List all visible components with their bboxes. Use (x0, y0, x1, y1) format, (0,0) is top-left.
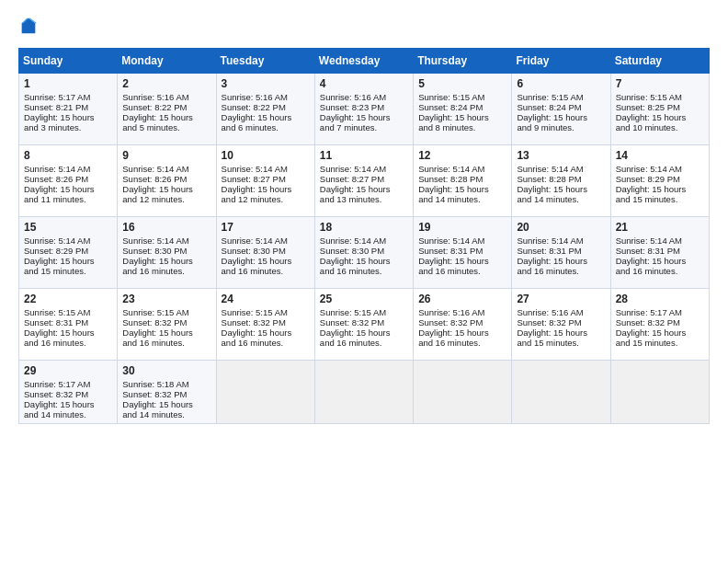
day-number: 10 (222, 149, 310, 162)
day-info: Sunrise: 5:14 AM (320, 164, 408, 174)
calendar-cell: 6Sunrise: 5:15 AMSunset: 8:24 PMDaylight… (512, 74, 610, 145)
day-number: 21 (616, 221, 704, 234)
day-info: and 15 minutes. (24, 266, 112, 276)
day-info: and 16 minutes. (122, 338, 210, 348)
day-info: Sunrise: 5:16 AM (320, 92, 408, 102)
day-info: Sunrise: 5:14 AM (418, 164, 506, 174)
day-info: Sunrise: 5:14 AM (616, 164, 704, 174)
day-info: and 3 minutes. (24, 122, 112, 132)
day-info: Sunrise: 5:14 AM (122, 164, 210, 174)
header-row: SundayMondayTuesdayWednesdayThursdayFrid… (19, 49, 710, 74)
day-info: Daylight: 15 hours (616, 327, 704, 338)
day-info: Daylight: 15 hours (418, 112, 506, 122)
day-info: Sunset: 8:32 PM (616, 317, 704, 327)
day-info: Sunrise: 5:15 AM (616, 92, 704, 102)
day-info: Sunrise: 5:15 AM (222, 307, 310, 317)
day-number: 7 (616, 77, 704, 90)
day-info: Daylight: 15 hours (122, 399, 210, 409)
day-info: and 14 minutes. (24, 409, 112, 419)
day-info: Sunset: 8:24 PM (418, 102, 506, 112)
day-info: and 12 minutes. (122, 194, 210, 204)
day-info: Daylight: 15 hours (616, 112, 704, 122)
day-info: and 15 minutes. (616, 338, 704, 348)
day-info: Daylight: 15 hours (616, 256, 704, 266)
day-number: 23 (122, 293, 210, 305)
calendar-cell: 13Sunrise: 5:14 AMSunset: 8:28 PMDayligh… (512, 145, 610, 217)
calendar-cell: 29Sunrise: 5:17 AMSunset: 8:32 PMDayligh… (19, 361, 118, 424)
day-info: Daylight: 15 hours (24, 184, 112, 194)
day-info: and 10 minutes. (616, 122, 704, 132)
day-number: 16 (122, 221, 210, 234)
day-info: Daylight: 15 hours (517, 184, 605, 194)
day-number: 11 (320, 149, 408, 162)
svg-marker-0 (22, 18, 36, 34)
day-info: and 5 minutes. (122, 122, 210, 132)
day-info: Sunset: 8:32 PM (517, 317, 605, 327)
day-info: Daylight: 15 hours (517, 327, 605, 338)
day-info: Sunrise: 5:16 AM (122, 92, 210, 102)
day-info: Sunrise: 5:14 AM (24, 164, 112, 174)
day-info: Sunrise: 5:14 AM (222, 236, 310, 246)
day-info: Daylight: 15 hours (222, 184, 310, 194)
day-info: Sunrise: 5:14 AM (24, 236, 112, 246)
day-number: 12 (418, 149, 506, 162)
day-info: Sunset: 8:31 PM (418, 246, 506, 256)
day-number: 14 (616, 149, 704, 162)
day-number: 27 (517, 293, 605, 305)
day-number: 30 (122, 364, 210, 377)
day-info: Sunset: 8:30 PM (122, 246, 210, 256)
day-info: Daylight: 15 hours (418, 256, 506, 266)
day-info: Sunrise: 5:16 AM (517, 307, 605, 317)
calendar-cell: 30Sunrise: 5:18 AMSunset: 8:32 PMDayligh… (118, 361, 216, 424)
day-info: Sunset: 8:21 PM (24, 102, 112, 112)
day-number: 24 (222, 293, 310, 305)
day-info: Sunset: 8:31 PM (616, 246, 704, 256)
day-info: Sunrise: 5:14 AM (122, 236, 210, 246)
calendar-cell: 15Sunrise: 5:14 AMSunset: 8:29 PMDayligh… (19, 217, 118, 289)
day-info: Sunset: 8:31 PM (24, 317, 112, 327)
header-cell-saturday: Saturday (610, 49, 709, 74)
day-info: and 14 minutes. (418, 194, 506, 204)
day-info: Sunset: 8:22 PM (122, 102, 210, 112)
day-info: Daylight: 15 hours (122, 327, 210, 338)
day-info: Sunrise: 5:14 AM (517, 164, 605, 174)
calendar-cell: 2Sunrise: 5:16 AMSunset: 8:22 PMDaylight… (118, 74, 216, 145)
header-cell-sunday: Sunday (19, 49, 118, 74)
header-cell-thursday: Thursday (414, 49, 512, 74)
day-number: 2 (122, 77, 210, 90)
day-number: 6 (517, 77, 605, 90)
day-number: 25 (320, 293, 408, 305)
day-info: and 15 minutes. (517, 338, 605, 348)
page: SundayMondayTuesdayWednesdayThursdayFrid… (0, 0, 728, 563)
calendar-cell: 11Sunrise: 5:14 AMSunset: 8:27 PMDayligh… (314, 145, 413, 217)
day-info: Sunrise: 5:15 AM (320, 307, 408, 317)
day-info: Sunset: 8:28 PM (517, 174, 605, 184)
week-row-3: 22Sunrise: 5:15 AMSunset: 8:31 PMDayligh… (19, 289, 710, 361)
day-number: 28 (616, 293, 704, 305)
week-row-1: 8Sunrise: 5:14 AMSunset: 8:26 PMDaylight… (19, 145, 710, 217)
day-info: Daylight: 15 hours (122, 184, 210, 194)
day-info: Sunset: 8:27 PM (222, 174, 310, 184)
day-info: Sunrise: 5:17 AM (24, 379, 112, 389)
calendar-cell: 18Sunrise: 5:14 AMSunset: 8:30 PMDayligh… (314, 217, 413, 289)
calendar-header: SundayMondayTuesdayWednesdayThursdayFrid… (19, 49, 710, 74)
day-info: Daylight: 15 hours (24, 256, 112, 266)
day-number: 15 (24, 221, 112, 234)
day-info: Sunset: 8:32 PM (222, 317, 310, 327)
calendar-cell (512, 361, 610, 424)
calendar-cell (610, 361, 709, 424)
day-info: and 16 minutes. (517, 266, 605, 276)
day-info: Sunset: 8:27 PM (320, 174, 408, 184)
calendar-cell: 7Sunrise: 5:15 AMSunset: 8:25 PMDaylight… (610, 74, 709, 145)
day-info: Daylight: 15 hours (122, 256, 210, 266)
day-info: Sunset: 8:30 PM (320, 246, 408, 256)
logo (18, 17, 42, 37)
day-info: Sunrise: 5:15 AM (122, 307, 210, 317)
day-number: 26 (418, 293, 506, 305)
day-info: Sunrise: 5:14 AM (222, 164, 310, 174)
day-number: 4 (320, 77, 408, 90)
day-info: Sunset: 8:26 PM (122, 174, 210, 184)
day-info: Daylight: 15 hours (320, 256, 408, 266)
day-info: Daylight: 15 hours (517, 112, 605, 122)
day-info: and 9 minutes. (517, 122, 605, 132)
